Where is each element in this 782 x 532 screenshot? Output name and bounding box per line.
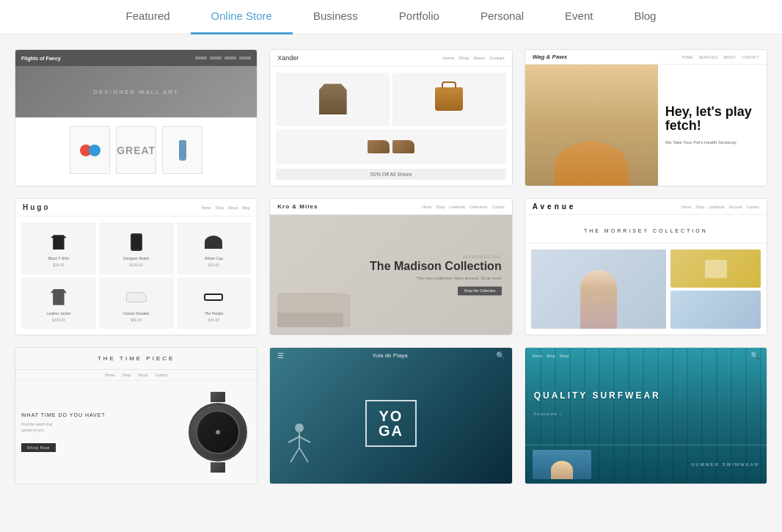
theme-card-yoga[interactable]: ☰ Yola de Playa 🔍 — [269, 347, 512, 484]
nav-contact: Contact — [492, 205, 504, 209]
theme5-copy: Introducing The Madison Collection The n… — [370, 255, 502, 295]
product-bag — [392, 73, 506, 126]
product-watch: Designer Watch $149.00 — [99, 222, 174, 274]
theme5-cta[interactable]: Shop the Collection — [458, 286, 501, 295]
nav-about: About — [138, 373, 147, 377]
sofa-shape — [277, 283, 351, 327]
tab-event[interactable]: Event — [544, 0, 613, 34]
nav-contact: Contact — [489, 56, 505, 60]
text-art: GREAT — [117, 145, 156, 156]
theme8-header: ☰ Yola de Playa 🔍 — [270, 348, 511, 363]
theme-thumb-time-piece: The Time Piece Home Shop About Contact W… — [15, 348, 257, 484]
nav-contact: Contact — [155, 373, 167, 377]
theme7-logo-area: The Time Piece — [15, 348, 257, 370]
theme9-nav: Home Shop About — [533, 354, 569, 358]
model-shape — [580, 270, 617, 329]
theme3-heading: Hey, let's play fetch! — [665, 105, 759, 134]
theme-card-surf[interactable]: Home Shop About 🔍 Quality Surfwear Featu… — [525, 347, 767, 484]
theme2-nav: Home Shop About Contact — [442, 56, 504, 60]
tab-business[interactable]: Business — [293, 0, 379, 34]
theme7-logo: The Time Piece — [23, 355, 249, 362]
theme6-collection: The Morrisey Collection — [525, 215, 767, 244]
watch-band-top — [211, 392, 225, 402]
hat-img — [203, 230, 224, 254]
svg-line-3 — [299, 437, 310, 442]
theme9-sub: Featured ↓ — [534, 412, 563, 416]
collection-title: The Morrisey Collection — [584, 228, 708, 233]
theme5-logo: Kro & Miles — [277, 203, 318, 210]
product-name: Classic Sneaker — [123, 311, 150, 316]
nav-item — [224, 57, 236, 59]
theme1-item-3 — [162, 126, 202, 174]
surf-sub-image — [533, 450, 591, 479]
theme7-body: What Time Do You Have? Find the watch th… — [15, 381, 257, 484]
theme5-subtitle: The new collection have arrived. Shop no… — [370, 276, 502, 280]
tab-portfolio[interactable]: Portfolio — [379, 0, 460, 34]
nav-shop: Shop — [547, 354, 555, 358]
theme7-text: What Time Do You Have? Find the watch th… — [21, 412, 179, 452]
product-name: Designer Watch — [123, 256, 149, 260]
theme3-logo: Wag & Paws — [533, 54, 567, 60]
theme1-logo: Flights of Fancy — [21, 56, 61, 61]
circle-art — [80, 145, 101, 156]
product-tshirt: Black T-Shirt $29.00 — [21, 222, 96, 274]
product-shoes — [276, 129, 505, 165]
nav-collections: Collections — [469, 205, 487, 209]
theme1-header: Flights of Fancy — [15, 50, 257, 66]
bag-shape — [435, 87, 463, 111]
yoga-text: YOGA — [379, 409, 403, 438]
nav-contact: CONTACT — [742, 55, 759, 59]
theme-card-avenue[interactable]: Avenue Home Shop Lookbook Account Contac… — [525, 198, 767, 335]
category-nav: Featured Online Store Business Portfolio… — [0, 0, 782, 34]
dog-image — [525, 65, 658, 186]
theme6-side-img-2 — [670, 291, 761, 329]
nav-home: HOME — [682, 55, 693, 59]
watch-img — [126, 230, 147, 254]
theme-card-kro-miles[interactable]: Kro & Miles Home Shop Lookbook Collectio… — [269, 198, 512, 335]
theme7-cta[interactable]: Shop Now — [21, 443, 56, 452]
tab-personal[interactable]: Personal — [460, 0, 544, 34]
sofa-seat — [277, 313, 343, 327]
product-sneaker: Classic Sneaker $89.00 — [99, 277, 174, 329]
hero-text: Designer Wall Art — [93, 89, 179, 95]
theme-card-hugo[interactable]: Hugo Home Shop About Blog Black T-Shirt — [15, 198, 257, 335]
theme7-tagline: What Time Do You Have? — [21, 412, 179, 418]
nav-home: Home — [681, 205, 691, 209]
yoga-box: YOGA — [365, 400, 417, 447]
yoga-figure-svg — [285, 422, 314, 466]
nav-shop: Shop — [436, 205, 445, 209]
theme9-title: Quality Surfwear — [534, 390, 661, 401]
nav-shop: Shop — [216, 205, 224, 210]
tab-featured[interactable]: Featured — [106, 0, 191, 34]
theme-card-xander[interactable]: Xander Home Shop About Contact — [269, 49, 512, 186]
nav-services: SERVICES — [699, 55, 717, 59]
nav-lookbook: Lookbook — [709, 205, 725, 209]
product-price: $149.00 — [130, 263, 143, 267]
theme-card-wag-paws[interactable]: Wag & Paws HOME SERVICES ABOUT CONTACT — [525, 49, 767, 186]
sunglasses-img — [203, 285, 224, 309]
theme-thumb-surf: Home Shop About 🔍 Quality Surfwear Featu… — [525, 348, 767, 484]
nav-about: About — [560, 354, 569, 358]
svg-point-0 — [295, 423, 304, 432]
tab-blog[interactable]: Blog — [613, 0, 676, 34]
product-sunglasses: The People $49.00 — [177, 277, 252, 329]
theme4-nav: Home Shop About Blog — [201, 205, 249, 210]
tab-online-store[interactable]: Online Store — [191, 0, 293, 34]
theme3-body: Hey, let's play fetch! We Take Your Pet'… — [525, 65, 767, 186]
theme-card-flights-of-fancy[interactable]: Flights of Fancy Designer Wall Art — [15, 49, 257, 186]
summer-text: Summer Swimwear — [691, 462, 759, 467]
nav-about: ABOUT — [723, 55, 736, 59]
theme9-header: Home Shop About 🔍 — [525, 348, 767, 363]
product-name: Winter Cap — [205, 256, 223, 260]
theme-card-time-piece[interactable]: The Time Piece Home Shop About Contact W… — [15, 347, 257, 484]
theme3-sub: We Take Your Pet's Health Seriously — [665, 139, 759, 145]
sneaker-shape — [126, 292, 147, 302]
surfer-shape — [551, 461, 573, 479]
theme3-image — [525, 65, 658, 186]
nav-home: Home — [105, 373, 114, 377]
theme8-body: YOGA — [270, 363, 511, 484]
theme-thumb-avenue: Avenue Home Shop Lookbook Account Contac… — [525, 199, 767, 335]
theme6-header: Avenue Home Shop Lookbook Account Contac… — [525, 199, 767, 215]
shoes-shape — [368, 140, 414, 153]
circle-blue — [89, 145, 101, 156]
